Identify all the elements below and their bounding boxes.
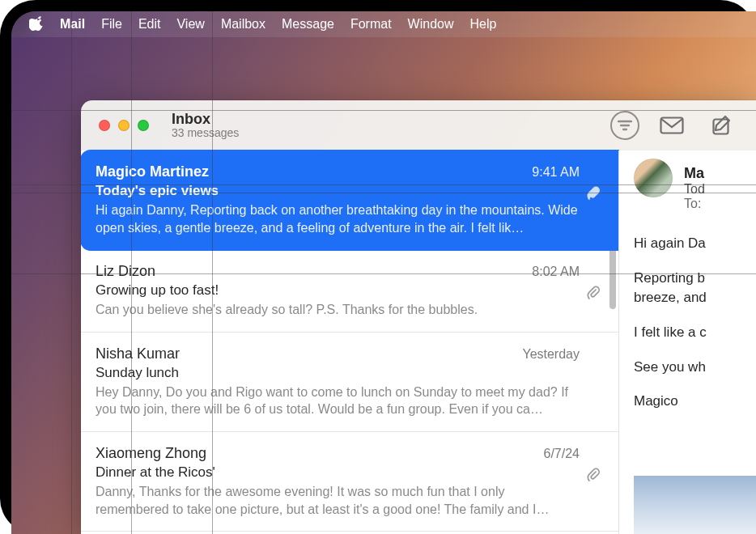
app-name[interactable]: Mail bbox=[60, 17, 85, 32]
toolbar: Inbox 33 messages bbox=[81, 100, 756, 150]
menu-message[interactable]: Message bbox=[282, 17, 334, 32]
message-time: 9:41 AM bbox=[532, 165, 580, 180]
message-time: 8:02 AM bbox=[532, 265, 580, 279]
compose-button[interactable] bbox=[706, 115, 738, 136]
message-sender: Nisha Kumar bbox=[96, 345, 180, 362]
reader-sender: Ma bbox=[684, 165, 756, 182]
message-sender: Xiaomeng Zhong bbox=[96, 445, 206, 462]
message-subject: Dinner at the Ricos' bbox=[96, 464, 580, 481]
menu-file[interactable]: File bbox=[101, 17, 122, 32]
menu-view[interactable]: View bbox=[176, 17, 204, 32]
message-preview: Can you believe she's already so tall? P… bbox=[96, 301, 580, 319]
inbox-icon[interactable] bbox=[656, 117, 688, 134]
message-sender: Liz Dizon bbox=[96, 263, 155, 280]
message-time: Yesterday bbox=[522, 347, 580, 362]
attachment-thumbnail[interactable] bbox=[634, 476, 756, 534]
mail-window: Inbox 33 messages bbox=[81, 100, 756, 534]
window-minimize-button[interactable] bbox=[118, 120, 130, 131]
attachment-icon bbox=[587, 186, 601, 201]
mailbox-subtitle: 33 messages bbox=[172, 126, 239, 139]
message-sender: Magico Martinez bbox=[96, 163, 209, 180]
message-subject: Sunday lunch bbox=[96, 365, 580, 381]
message-row[interactable]: Xiaomeng Zhong 6/7/24 Dinner at the Rico… bbox=[81, 432, 618, 532]
attachment-icon bbox=[587, 468, 601, 483]
message-row[interactable]: Nisha Kumar Yesterday Sunday lunch Hey D… bbox=[81, 333, 618, 432]
mailbox-title: Inbox bbox=[172, 112, 239, 127]
message-row[interactable]: Magico Martinez 9:41 AM Today's epic vie… bbox=[81, 150, 618, 250]
message-list[interactable]: Magico Martinez 9:41 AM Today's epic vie… bbox=[81, 150, 618, 534]
menubar: Mail File Edit View Mailbox Message Form… bbox=[11, 11, 756, 37]
window-zoom-button[interactable] bbox=[138, 120, 149, 131]
guide-line bbox=[71, 11, 72, 534]
filter-button[interactable] bbox=[610, 111, 639, 140]
message-subject: Growing up too fast! bbox=[96, 282, 580, 299]
message-row[interactable]: Liz Dizon 8:02 AM Growing up too fast! C… bbox=[81, 250, 618, 333]
message-reader: Ma Tod To: Hi again Da Reporting b breez… bbox=[618, 150, 756, 534]
menu-mailbox[interactable]: Mailbox bbox=[221, 17, 265, 32]
reader-subject: Tod bbox=[684, 182, 756, 197]
menu-edit[interactable]: Edit bbox=[138, 17, 161, 32]
message-preview: Hi again Danny, Reporting back on anothe… bbox=[96, 201, 580, 236]
sender-avatar bbox=[634, 159, 673, 197]
message-time: 6/7/24 bbox=[544, 447, 580, 461]
attachment-icon bbox=[587, 286, 601, 301]
message-preview: Hey Danny, Do you and Rigo want to come … bbox=[96, 384, 580, 418]
message-preview: Danny, Thanks for the awesome evening! I… bbox=[96, 483, 580, 518]
apple-menu-icon[interactable] bbox=[29, 16, 44, 32]
reader-body: Hi again Da Reporting b breeze, and I fe… bbox=[634, 234, 756, 412]
menu-window[interactable]: Window bbox=[408, 17, 454, 32]
message-subject: Today's epic views bbox=[96, 183, 580, 199]
reader-to: To: bbox=[684, 197, 756, 211]
menu-format[interactable]: Format bbox=[350, 17, 392, 32]
window-close-button[interactable] bbox=[99, 120, 110, 131]
menu-help[interactable]: Help bbox=[470, 17, 497, 32]
